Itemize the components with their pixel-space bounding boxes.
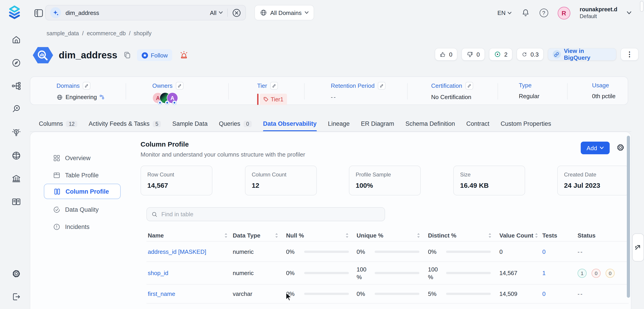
sort-icon[interactable]: [274, 233, 279, 238]
user-menu-chevron-icon[interactable]: [627, 11, 631, 15]
nav-search-eye-icon[interactable]: [11, 104, 21, 114]
watchers-button[interactable]: 2: [489, 48, 512, 61]
owners-label: Owners: [152, 82, 173, 89]
page-title: dim_address: [59, 50, 117, 61]
table-row[interactable]: [146, 303, 629, 309]
nav-insights-icon[interactable]: [11, 128, 21, 138]
profiler-settings-icon[interactable]: [616, 143, 625, 152]
card-row-count: Row Count14,567: [140, 166, 212, 195]
edit-domains-icon[interactable]: [83, 82, 90, 90]
tab-queries[interactable]: Queries0: [219, 116, 252, 132]
menu-item-column-profile[interactable]: Column Profile: [44, 184, 121, 199]
tests-link[interactable]: 0: [542, 248, 578, 255]
content-scrollbar-thumb[interactable]: [627, 136, 630, 298]
retention-value: --: [331, 94, 336, 100]
col-header-distinct[interactable]: Distinct %: [428, 232, 500, 239]
nav-glossary-globe-icon[interactable]: [11, 151, 21, 161]
find-in-table[interactable]: [146, 207, 385, 221]
globe-icon: [56, 94, 63, 100]
tab-data-observability[interactable]: Data Observability: [263, 116, 316, 132]
nav-settings-icon[interactable]: [11, 269, 21, 279]
global-search[interactable]: All: [45, 5, 246, 20]
user-avatar[interactable]: R: [558, 7, 570, 19]
tests-link[interactable]: 0: [542, 290, 578, 297]
like-button[interactable]: 0: [435, 48, 457, 61]
unique-progress-bar: [375, 272, 420, 274]
view-in-bigquery-button[interactable]: View in BigQuery: [548, 48, 616, 61]
nav-home-icon[interactable]: [11, 35, 21, 45]
tab-sample-data[interactable]: Sample Data: [172, 116, 208, 132]
search-scope-dropdown[interactable]: All: [210, 9, 223, 16]
nav-governance-icon[interactable]: [11, 174, 21, 184]
side-panel-handle[interactable]: [632, 233, 644, 261]
nav-docs-icon[interactable]: [11, 197, 21, 207]
col-header-value-count[interactable]: Value Count: [500, 232, 542, 239]
menu-item-overview[interactable]: Overview: [44, 150, 121, 166]
section-subtitle: Monitor and understand your columns stru…: [140, 151, 305, 158]
clear-search-icon[interactable]: [232, 8, 241, 17]
breadcrumb-item[interactable]: sample_data: [46, 30, 79, 37]
column-name-link[interactable]: shop_id: [148, 270, 233, 276]
freshness-button[interactable]: 0.3: [516, 48, 544, 61]
tab-schema-definition[interactable]: Schema Definition: [406, 116, 455, 132]
tab-activity-feeds[interactable]: Activity Feeds & Tasks5: [88, 116, 161, 132]
card-profile-sample: Profile Sample100%: [349, 166, 421, 195]
help-icon[interactable]: ?: [540, 9, 548, 17]
table-row[interactable]: address_id [MASKED] numeric 0% 0% 0% 0 0…: [146, 241, 629, 261]
sidebar-toggle-icon[interactable]: [34, 9, 43, 17]
breadcrumb-item[interactable]: shopify: [134, 30, 152, 37]
column-name-link[interactable]: address_id [MASKED]: [148, 248, 233, 255]
nav-lineage-icon[interactable]: [11, 81, 21, 91]
tests-link[interactable]: 1: [542, 270, 578, 276]
nav-discover-icon[interactable]: [11, 58, 21, 68]
nav-logout-icon[interactable]: [11, 292, 21, 302]
globe-icon: [260, 9, 267, 16]
find-in-table-input[interactable]: [161, 211, 360, 218]
user-menu[interactable]: rounakpreet.d Default: [580, 6, 617, 20]
card-size: Size16.49 KB: [453, 166, 525, 195]
search-input[interactable]: [66, 9, 174, 16]
follow-button[interactable]: Follow: [137, 49, 172, 61]
tab-contract[interactable]: Contract: [466, 116, 489, 132]
tab-er-diagram[interactable]: ER Diagram: [361, 116, 394, 132]
announcement-alert-icon[interactable]: [180, 51, 188, 60]
edit-tier-icon[interactable]: [270, 82, 278, 90]
add-button[interactable]: Add: [581, 142, 610, 154]
watch-icon: [494, 51, 501, 58]
sort-icon[interactable]: [488, 233, 492, 238]
all-domains-filter[interactable]: All Domains: [254, 5, 314, 20]
col-header-null[interactable]: Null %: [286, 232, 356, 239]
notifications-bell-icon[interactable]: [521, 8, 530, 18]
sort-icon[interactable]: [224, 233, 228, 238]
col-header-data-type[interactable]: Data Type: [233, 232, 286, 239]
col-header-unique[interactable]: Unique %: [356, 232, 428, 239]
copy-name-icon[interactable]: [124, 52, 130, 59]
tab-lineage[interactable]: Lineage: [328, 116, 350, 132]
column-name-link[interactable]: first_name: [148, 290, 233, 297]
tab-columns[interactable]: Columns12: [39, 116, 77, 132]
atlan-logo-icon[interactable]: [8, 5, 21, 20]
menu-item-incidents[interactable]: Incidents: [44, 219, 121, 234]
page-scrollbar-thumb[interactable]: [640, 1, 644, 12]
status-badge-warning: 0: [606, 268, 614, 277]
dislike-button[interactable]: 0: [462, 48, 485, 61]
language-dropdown[interactable]: EN: [497, 10, 511, 16]
edit-retention-icon[interactable]: [378, 82, 386, 90]
edit-owners-icon[interactable]: [176, 82, 184, 90]
menu-item-data-quality[interactable]: Data Quality: [44, 202, 121, 217]
breadcrumb-item[interactable]: ecommerce_db: [87, 30, 126, 37]
sort-icon[interactable]: [345, 233, 349, 238]
edit-certification-icon[interactable]: [465, 82, 473, 90]
more-actions-button[interactable]: ⋮: [620, 48, 638, 61]
tab-custom-properties[interactable]: Custom Properties: [501, 116, 551, 132]
breadcrumb: sample_data / ecommerce_db / shopify: [46, 30, 152, 37]
table-row[interactable]: first_name varchar 0% 0% 5% 14,509 0 --: [146, 284, 629, 303]
table-row[interactable]: shop_id numeric 0% 100 % 100 % 14,567 1 …: [146, 261, 629, 284]
sort-icon[interactable]: [534, 233, 539, 238]
tier-chip[interactable]: Tier1: [260, 94, 287, 105]
divider: [227, 9, 228, 17]
col-header-name[interactable]: Name: [148, 232, 233, 239]
sort-icon[interactable]: [416, 233, 421, 238]
menu-item-table-profile[interactable]: Table Profile: [44, 167, 121, 183]
domain-value[interactable]: Engineering: [66, 94, 97, 100]
